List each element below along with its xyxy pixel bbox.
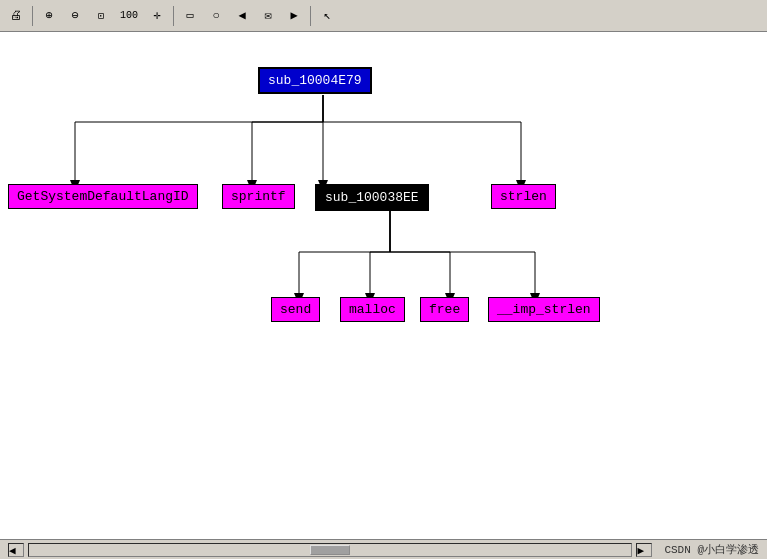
separator-3 [310, 6, 311, 26]
scroll-left-btn[interactable]: ◀ [8, 543, 24, 557]
node-sub100038ee-label: sub_100038EE [325, 190, 419, 205]
node-root[interactable]: sub_10004E79 [258, 67, 372, 94]
node-free[interactable]: free [420, 297, 469, 322]
node-malloc[interactable]: malloc [340, 297, 405, 322]
scrollbar-thumb [310, 545, 350, 555]
arrows-overlay [0, 32, 767, 539]
separator-1 [32, 6, 33, 26]
node-send-label: send [280, 302, 311, 317]
node-strlen-label: strlen [500, 189, 547, 204]
zoom-out-icon[interactable]: ⊖ [63, 4, 87, 28]
scroll-right-btn[interactable]: ▶ [636, 543, 652, 557]
node-sprintf[interactable]: sprintf [222, 184, 295, 209]
toolbar: 🖨 ⊕ ⊖ ⊡ 100 ✛ ▭ ○ ◀ ✉ ▶ ↖ [0, 0, 767, 32]
node-free-label: free [429, 302, 460, 317]
node-sprintf-label: sprintf [231, 189, 286, 204]
node-sub100038ee[interactable]: sub_100038EE [315, 184, 429, 211]
canvas-area: sub_10004E79 GetSystemDefaultLangID spri… [0, 32, 767, 539]
node-root-label: sub_10004E79 [268, 73, 362, 88]
horizontal-scrollbar[interactable] [28, 543, 632, 557]
select-circle-icon[interactable]: ○ [204, 4, 228, 28]
forward-icon[interactable]: ▶ [282, 4, 306, 28]
node-getsystemdefaultlangid-label: GetSystemDefaultLangID [17, 189, 189, 204]
bottom-bar: ◀ ▶ CSDN @小白学渗透 [0, 539, 767, 559]
mail-icon[interactable]: ✉ [256, 4, 280, 28]
back-icon[interactable]: ◀ [230, 4, 254, 28]
move-icon[interactable]: ✛ [145, 4, 169, 28]
fit-icon[interactable]: ⊡ [89, 4, 113, 28]
node-send[interactable]: send [271, 297, 320, 322]
zoom-in-icon[interactable]: ⊕ [37, 4, 61, 28]
node-imp-strlen-label: __imp_strlen [497, 302, 591, 317]
select-rect-icon[interactable]: ▭ [178, 4, 202, 28]
node-imp-strlen[interactable]: __imp_strlen [488, 297, 600, 322]
watermark-text: CSDN @小白学渗透 [664, 542, 759, 557]
print-icon[interactable]: 🖨 [4, 4, 28, 28]
node-malloc-label: malloc [349, 302, 396, 317]
cursor-icon[interactable]: ↖ [315, 4, 339, 28]
node-strlen[interactable]: strlen [491, 184, 556, 209]
separator-2 [173, 6, 174, 26]
zoom-100-icon[interactable]: 100 [115, 4, 143, 28]
node-getsystemdefaultlangid[interactable]: GetSystemDefaultLangID [8, 184, 198, 209]
